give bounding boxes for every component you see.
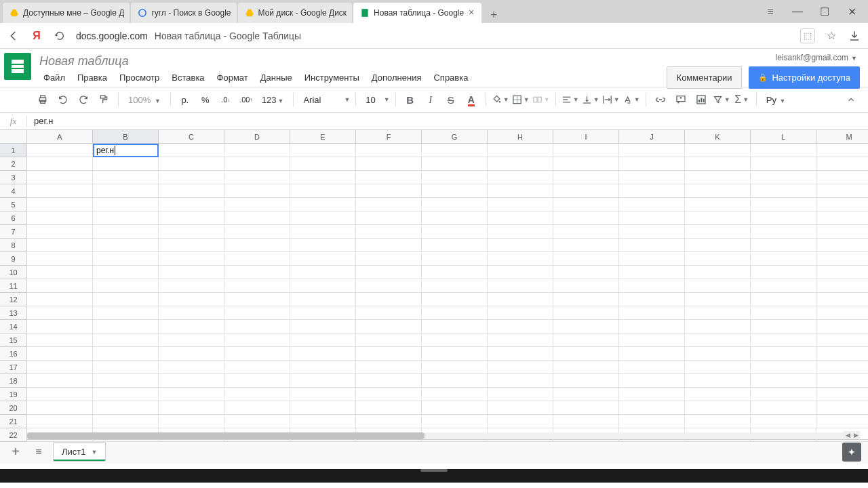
- close-button[interactable]: ✕: [838, 2, 865, 21]
- cell[interactable]: [159, 347, 224, 361]
- cell[interactable]: [356, 184, 422, 198]
- cell[interactable]: [159, 333, 224, 347]
- cell[interactable]: [224, 306, 290, 320]
- cell[interactable]: [488, 401, 553, 415]
- cell[interactable]: [619, 333, 685, 347]
- cell[interactable]: [488, 266, 553, 279]
- cell[interactable]: [816, 347, 868, 361]
- menu-addons[interactable]: Дополнения: [366, 70, 427, 85]
- cell[interactable]: [488, 415, 553, 428]
- cell[interactable]: [751, 225, 816, 239]
- scroll-left-icon[interactable]: ◀: [844, 431, 852, 439]
- cell[interactable]: [290, 374, 356, 388]
- cell[interactable]: [751, 184, 816, 198]
- insert-chart-button[interactable]: [692, 91, 710, 108]
- menu-tools[interactable]: Инструменты: [299, 70, 365, 85]
- row-header[interactable]: 3: [0, 171, 27, 184]
- cell[interactable]: [553, 171, 619, 184]
- column-header[interactable]: D: [224, 130, 290, 144]
- cell[interactable]: [619, 415, 685, 428]
- insert-comment-button[interactable]: [672, 91, 690, 108]
- cell[interactable]: [93, 347, 159, 361]
- cell[interactable]: [356, 401, 422, 415]
- url-input[interactable]: docs.google.com Новая таблица - Google Т…: [76, 30, 791, 41]
- cell[interactable]: [422, 252, 488, 266]
- cell[interactable]: [93, 361, 159, 374]
- cell[interactable]: [27, 415, 93, 428]
- cell[interactable]: [290, 361, 356, 374]
- column-header[interactable]: A: [27, 130, 93, 144]
- cell[interactable]: [93, 252, 159, 266]
- cell[interactable]: [356, 225, 422, 239]
- cell[interactable]: [290, 252, 356, 266]
- strikethrough-button[interactable]: S: [442, 91, 460, 108]
- cell[interactable]: [488, 252, 553, 266]
- cell[interactable]: [224, 333, 290, 347]
- cell[interactable]: [93, 306, 159, 320]
- row-header[interactable]: 5: [0, 198, 27, 211]
- cell[interactable]: [619, 279, 685, 293]
- browser-tab-active[interactable]: Новая таблица - Google ×: [353, 3, 481, 23]
- cell[interactable]: [816, 225, 868, 239]
- cell[interactable]: [553, 252, 619, 266]
- cell[interactable]: [685, 211, 751, 225]
- cell[interactable]: [290, 347, 356, 361]
- cell[interactable]: [488, 211, 553, 225]
- cell[interactable]: [619, 184, 685, 198]
- cell[interactable]: [224, 320, 290, 333]
- column-header[interactable]: E: [290, 130, 356, 144]
- cell[interactable]: [553, 293, 619, 306]
- cell[interactable]: [27, 293, 93, 306]
- cell[interactable]: [422, 266, 488, 279]
- cell[interactable]: [290, 415, 356, 428]
- cell[interactable]: [751, 211, 816, 225]
- cell[interactable]: [224, 184, 290, 198]
- cell[interactable]: [553, 415, 619, 428]
- cell[interactable]: [816, 320, 868, 333]
- cell[interactable]: [488, 388, 553, 401]
- row-header[interactable]: 10: [0, 266, 27, 279]
- cell[interactable]: [816, 333, 868, 347]
- cell[interactable]: [422, 157, 488, 171]
- cell[interactable]: [27, 347, 93, 361]
- browser-tab[interactable]: Мой диск - Google Диск: [238, 3, 353, 23]
- cell[interactable]: [290, 293, 356, 306]
- cell[interactable]: [685, 401, 751, 415]
- cell[interactable]: [27, 211, 93, 225]
- sheets-logo[interactable]: [4, 53, 31, 80]
- cell[interactable]: [816, 401, 868, 415]
- cell[interactable]: [553, 279, 619, 293]
- row-header[interactable]: 21: [0, 415, 27, 428]
- cell[interactable]: [356, 171, 422, 184]
- collapse-toolbar-button[interactable]: [842, 91, 860, 108]
- cell[interactable]: [159, 157, 224, 171]
- row-header[interactable]: 6: [0, 211, 27, 225]
- font-select[interactable]: Arial: [299, 95, 340, 105]
- cell[interactable]: [356, 293, 422, 306]
- cell[interactable]: [93, 225, 159, 239]
- text-rotation-button[interactable]: ▼: [623, 91, 640, 108]
- extension-icon[interactable]: ⬚: [800, 28, 815, 43]
- cell[interactable]: [553, 361, 619, 374]
- text-wrap-button[interactable]: ▼: [602, 91, 620, 108]
- cell[interactable]: [488, 361, 553, 374]
- cell[interactable]: [751, 306, 816, 320]
- cell[interactable]: [422, 184, 488, 198]
- cell[interactable]: [685, 239, 751, 252]
- row-header[interactable]: 11: [0, 279, 27, 293]
- add-sheet-button[interactable]: +: [7, 443, 24, 461]
- scroll-right-icon[interactable]: ▶: [852, 431, 860, 439]
- cell[interactable]: [27, 388, 93, 401]
- cell[interactable]: [619, 374, 685, 388]
- insert-link-button[interactable]: [652, 91, 669, 108]
- cell[interactable]: [290, 198, 356, 211]
- redo-button[interactable]: [75, 91, 92, 108]
- cell[interactable]: [290, 211, 356, 225]
- cell[interactable]: [422, 171, 488, 184]
- cell[interactable]: [685, 320, 751, 333]
- new-tab-button[interactable]: +: [486, 7, 502, 23]
- cell[interactable]: [553, 388, 619, 401]
- cell[interactable]: [159, 320, 224, 333]
- row-header[interactable]: 12: [0, 293, 27, 306]
- cell[interactable]: [751, 401, 816, 415]
